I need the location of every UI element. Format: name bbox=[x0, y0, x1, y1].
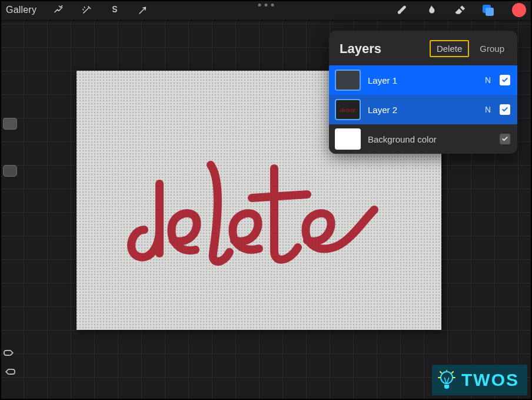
left-sidebar bbox=[1, 118, 19, 177]
lightbulb-icon bbox=[438, 369, 455, 391]
layer-row[interactable]: delete Layer 2 N bbox=[329, 95, 517, 124]
layer-thumbnail bbox=[335, 70, 361, 91]
layer-name-label: Background color bbox=[368, 134, 476, 144]
redo-icon[interactable] bbox=[4, 367, 15, 376]
group-button[interactable]: Group bbox=[475, 41, 509, 56]
smudge-icon[interactable] bbox=[425, 4, 438, 16]
watermark-text: TWOS bbox=[461, 370, 519, 390]
layer-name-label: Layer 2 bbox=[368, 105, 476, 115]
visibility-checkbox[interactable] bbox=[500, 134, 510, 144]
undo-icon[interactable] bbox=[4, 348, 15, 358]
visibility-checkbox[interactable] bbox=[500, 75, 510, 85]
svg-point-0 bbox=[441, 372, 453, 384]
brush-icon[interactable] bbox=[397, 4, 410, 16]
adjustments-wrench-icon[interactable] bbox=[52, 4, 65, 16]
eraser-icon[interactable] bbox=[453, 4, 466, 16]
layers-icon[interactable] bbox=[481, 4, 494, 16]
multitask-dots-icon[interactable] bbox=[258, 4, 274, 6]
painted-word bbox=[112, 141, 418, 277]
layers-title: Layers bbox=[340, 41, 424, 57]
delete-button[interactable]: Delete bbox=[430, 40, 469, 57]
layers-panel: Layers Delete Group Layer 1 N delete Lay… bbox=[329, 31, 517, 154]
layer-name-label: Layer 1 bbox=[368, 75, 476, 85]
gallery-button[interactable]: Gallery bbox=[6, 5, 36, 15]
brush-size-slider[interactable] bbox=[3, 118, 17, 130]
layer-thumbnail bbox=[335, 128, 361, 150]
layer-row-background[interactable]: Background color bbox=[329, 124, 517, 154]
selection-s-icon[interactable] bbox=[108, 4, 121, 16]
watermark-badge: TWOS bbox=[432, 365, 527, 395]
transform-arrow-icon[interactable] bbox=[137, 4, 149, 16]
magic-wand-icon[interactable] bbox=[80, 4, 93, 16]
blend-mode-label[interactable]: N bbox=[483, 105, 493, 114]
color-swatch[interactable] bbox=[512, 3, 526, 17]
layer-thumbnail: delete bbox=[335, 99, 361, 120]
layer-row[interactable]: Layer 1 N bbox=[329, 65, 517, 95]
opacity-slider[interactable] bbox=[3, 165, 17, 177]
visibility-checkbox[interactable] bbox=[500, 104, 510, 115]
blend-mode-label[interactable]: N bbox=[483, 75, 493, 85]
